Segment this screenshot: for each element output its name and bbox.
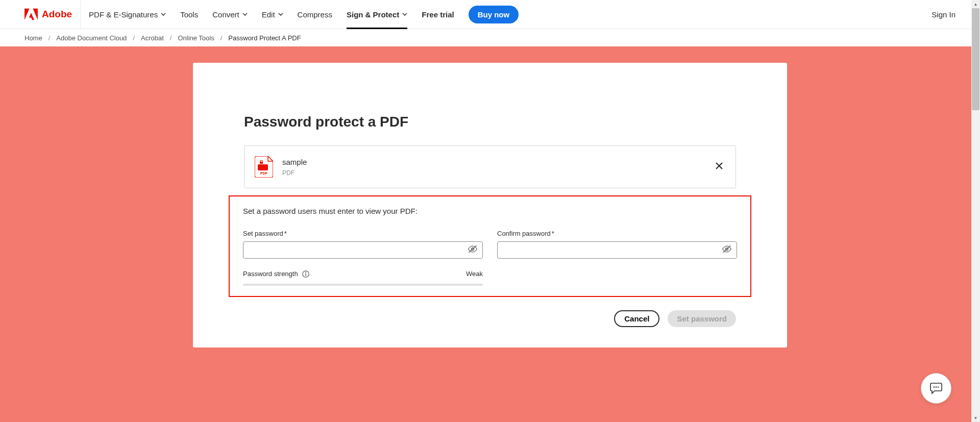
- main-header: Adobe PDF & E-Signatures Tools Convert E…: [0, 0, 980, 29]
- svg-point-12: [936, 386, 937, 387]
- main-background: Password protect a PDF PDF sample PDF Se…: [0, 46, 980, 422]
- svg-line-5: [469, 245, 477, 252]
- breadcrumb-separator: /: [133, 34, 135, 42]
- set-password-field: Set password*: [243, 230, 483, 259]
- password-fields-row: Set password* Confirm password*: [243, 230, 737, 259]
- logo-section[interactable]: Adobe: [24, 0, 81, 29]
- password-strength-bar: [243, 284, 483, 286]
- nav-pdf-esign[interactable]: PDF & E-Signatures: [89, 0, 166, 29]
- confirm-password-input-wrap: [497, 241, 737, 259]
- scroll-down-arrow[interactable]: ▼: [971, 414, 980, 422]
- password-prompt: Set a password users must enter to view …: [243, 207, 737, 215]
- svg-line-7: [723, 245, 731, 252]
- password-section-highlighted: Set a password users must enter to view …: [229, 195, 751, 297]
- set-password-input[interactable]: [243, 241, 483, 259]
- password-strength-row: Password strength Weak: [243, 270, 483, 278]
- breadcrumb-separator: /: [170, 34, 172, 42]
- svg-point-11: [934, 386, 935, 387]
- chevron-down-icon: [161, 13, 166, 16]
- set-password-button[interactable]: Set password: [668, 310, 736, 327]
- toggle-password-visibility-button[interactable]: [468, 245, 478, 255]
- breadcrumb-online-tools[interactable]: Online Tools: [178, 34, 214, 42]
- file-name: sample: [282, 158, 704, 166]
- required-asterisk: *: [552, 230, 554, 237]
- scroll-up-arrow[interactable]: ▲: [971, 0, 980, 8]
- svg-point-13: [938, 386, 939, 387]
- breadcrumb: Home / Adobe Document Cloud / Acrobat / …: [0, 29, 980, 46]
- nav-convert[interactable]: Convert: [212, 0, 248, 29]
- svg-rect-0: [258, 164, 268, 170]
- buy-now-button[interactable]: Buy now: [469, 6, 519, 23]
- nav-compress[interactable]: Compress: [298, 0, 332, 29]
- sign-in-link[interactable]: Sign In: [932, 10, 955, 19]
- toggle-confirm-visibility-button[interactable]: [722, 245, 732, 255]
- chevron-down-icon: [242, 13, 248, 16]
- file-info: sample PDF: [282, 158, 704, 177]
- breadcrumb-doc-cloud[interactable]: Adobe Document Cloud: [56, 34, 127, 42]
- breadcrumb-separator: /: [220, 34, 223, 42]
- nav-menu: PDF & E-Signatures Tools Convert Edit Co…: [89, 0, 932, 29]
- pdf-file-icon: PDF: [255, 156, 273, 178]
- confirm-password-label: Confirm password*: [497, 230, 737, 237]
- password-strength-value: Weak: [466, 270, 483, 278]
- eye-off-icon: [468, 245, 478, 253]
- nav-sign-protect[interactable]: Sign & Protect: [347, 0, 407, 29]
- required-asterisk: *: [284, 230, 287, 237]
- breadcrumb-home[interactable]: Home: [24, 34, 42, 42]
- info-icon[interactable]: [302, 270, 309, 278]
- chat-fab-button[interactable]: [921, 373, 951, 404]
- adobe-logo-icon: [24, 8, 38, 21]
- file-info-box: PDF sample PDF: [244, 145, 736, 188]
- scrollbar-thumb[interactable]: [972, 8, 979, 110]
- breadcrumb-current: Password Protect A PDF: [228, 34, 301, 42]
- action-buttons: Cancel Set password: [244, 310, 736, 327]
- svg-rect-2: [260, 162, 263, 164]
- brand-text: Adobe: [42, 9, 72, 20]
- nav-free-trial[interactable]: Free trial: [422, 0, 454, 29]
- chevron-down-icon: [278, 13, 283, 16]
- page-title: Password protect a PDF: [244, 114, 736, 130]
- nav-tools[interactable]: Tools: [180, 0, 198, 29]
- cancel-button[interactable]: Cancel: [614, 310, 659, 327]
- svg-point-9: [305, 272, 306, 273]
- breadcrumb-separator: /: [48, 34, 51, 42]
- password-strength-label: Password strength: [243, 270, 309, 278]
- confirm-password-field: Confirm password*: [497, 230, 737, 259]
- set-password-input-wrap: [243, 241, 483, 259]
- vertical-scrollbar[interactable]: ▲ ▼: [971, 0, 980, 422]
- file-type: PDF: [282, 169, 704, 177]
- chat-icon: [929, 382, 943, 394]
- content-card: Password protect a PDF PDF sample PDF Se…: [193, 63, 787, 347]
- eye-off-icon: [722, 245, 732, 253]
- chevron-down-icon: [402, 13, 407, 16]
- breadcrumb-acrobat[interactable]: Acrobat: [141, 34, 164, 42]
- nav-edit[interactable]: Edit: [262, 0, 283, 29]
- remove-file-button[interactable]: [713, 160, 725, 174]
- svg-text:PDF: PDF: [260, 171, 268, 175]
- confirm-password-input[interactable]: [497, 241, 737, 259]
- close-icon: [715, 162, 723, 170]
- set-password-label: Set password*: [243, 230, 483, 237]
- svg-rect-10: [305, 274, 306, 276]
